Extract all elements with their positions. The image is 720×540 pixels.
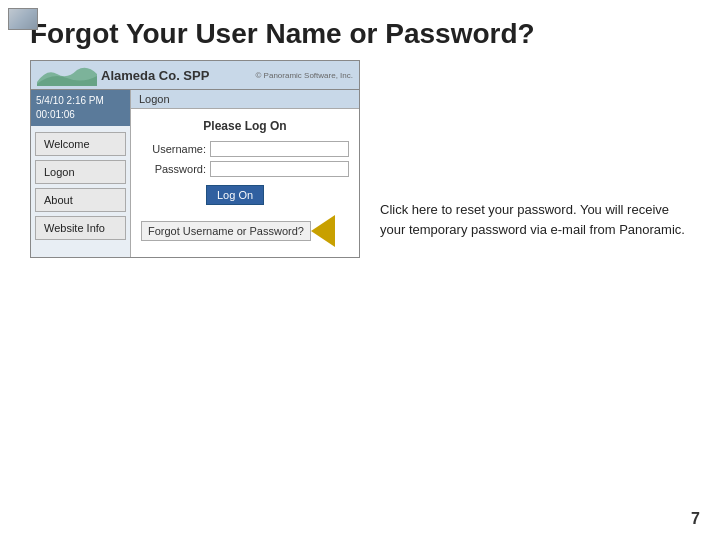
username-label: Username: — [141, 143, 206, 155]
sidebar-item-about[interactable]: About — [35, 188, 126, 212]
main-content: Alameda Co. SPP © Panoramic Software, In… — [0, 60, 720, 258]
username-row: Username: — [141, 141, 349, 157]
forgot-row: Forgot Username or Password? — [141, 215, 349, 247]
password-input[interactable] — [210, 161, 349, 177]
logo-text: Alameda Co. SPP — [101, 68, 209, 83]
password-label: Password: — [141, 163, 206, 175]
sidebar-item-welcome[interactable]: Welcome — [35, 132, 126, 156]
login-form: Username: Password: — [141, 141, 349, 177]
browser-header: Alameda Co. SPP © Panoramic Software, In… — [31, 61, 359, 90]
login-panel: Please Log On Username: Password: Log On — [131, 109, 359, 257]
breadcrumb: Logon — [131, 90, 359, 109]
thumbnail-corner — [8, 8, 38, 30]
sidebar-item-websiteinfo[interactable]: Website Info — [35, 216, 126, 240]
logo-subtext: © Panoramic Software, Inc. — [256, 71, 354, 80]
app-sidebar: 5/4/10 2:16 PM 00:01:06 Welcome Logon Ab… — [31, 90, 131, 257]
browser-body: 5/4/10 2:16 PM 00:01:06 Welcome Logon Ab… — [31, 90, 359, 257]
arrow-icon — [311, 215, 335, 247]
callout-text: Click here to reset your password. You w… — [380, 60, 690, 239]
app-main: Logon Please Log On Username: Password: — [131, 90, 359, 257]
browser-window: Alameda Co. SPP © Panoramic Software, In… — [30, 60, 360, 258]
sidebar-nav: Welcome Logon About Website Info — [31, 126, 130, 250]
page-title: Forgot Your User Name or Password? — [0, 0, 720, 60]
sidebar-item-logon[interactable]: Logon — [35, 160, 126, 184]
browser-logo: Alameda Co. SPP — [37, 64, 209, 86]
forgot-link[interactable]: Forgot Username or Password? — [141, 221, 311, 241]
login-button[interactable]: Log On — [206, 185, 264, 205]
login-title: Please Log On — [141, 119, 349, 133]
page-number: 7 — [691, 510, 700, 528]
password-row: Password: — [141, 161, 349, 177]
logo-hill-icon — [37, 64, 97, 86]
username-input[interactable] — [210, 141, 349, 157]
sidebar-datetime: 5/4/10 2:16 PM 00:01:06 — [31, 90, 130, 126]
